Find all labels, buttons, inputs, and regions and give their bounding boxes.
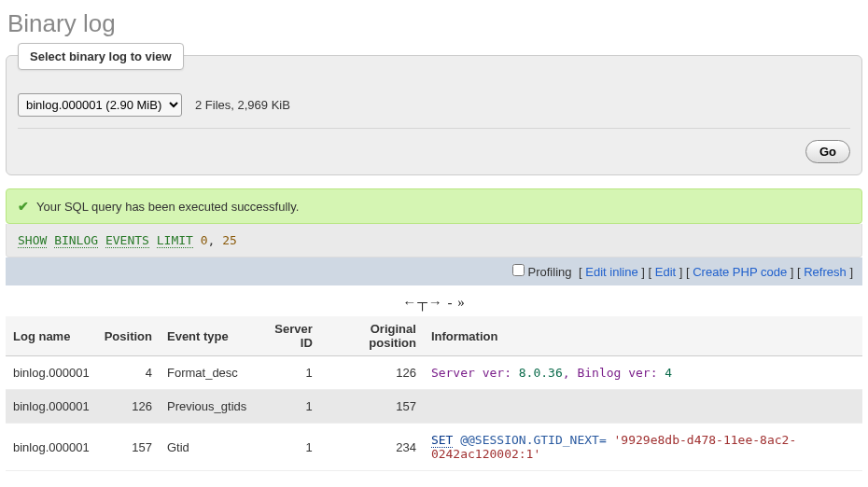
table-row: binlog.000001126Previous_gtids1157 bbox=[6, 390, 862, 424]
refresh-link[interactable]: Refresh bbox=[804, 265, 847, 279]
check-icon: ✔ bbox=[18, 199, 29, 214]
create-php-link[interactable]: Create PHP code bbox=[693, 265, 787, 279]
go-button[interactable]: Go bbox=[805, 140, 850, 163]
action-bar: Profiling [ Edit inline ] [ Edit ] [ Cre… bbox=[6, 257, 862, 285]
panel-legend: Select binary log to view bbox=[18, 43, 184, 70]
cell-position: 4 bbox=[97, 356, 160, 390]
pagination-nav[interactable]: ←┬→ - » bbox=[6, 285, 862, 316]
cell-event-type: Previous_gtids bbox=[160, 390, 254, 424]
binlog-select-panel: Select binary log to view binlog.000001 … bbox=[6, 55, 862, 175]
col-information: Information bbox=[424, 316, 862, 356]
cell-position: 157 bbox=[97, 424, 160, 471]
cell-log-name: binlog.000001 bbox=[6, 424, 97, 471]
cell-original-position: 234 bbox=[320, 424, 424, 471]
profiling-checkbox[interactable] bbox=[512, 264, 525, 276]
cell-position: 126 bbox=[97, 390, 160, 424]
profiling-label: Profiling bbox=[528, 265, 572, 279]
sql-code: SHOW BINLOG EVENTS LIMIT 0, 25 bbox=[6, 224, 862, 257]
edit-inline-link[interactable]: Edit inline bbox=[585, 265, 637, 279]
binlog-select[interactable]: binlog.000001 (2.90 MiB) bbox=[18, 93, 182, 117]
cell-information: Server ver: 8.0.36, Binlog ver: 4 bbox=[424, 356, 862, 390]
page-title: Binary log bbox=[7, 9, 862, 38]
table-row: binlog.0000014Format_desc1126Server ver:… bbox=[6, 356, 862, 390]
col-original-position: Original position bbox=[320, 316, 424, 356]
success-text: Your SQL query has been executed success… bbox=[36, 200, 299, 214]
cell-information: SET @@SESSION.GTID_NEXT= '9929e8db-d478-… bbox=[424, 424, 862, 471]
success-notice: ✔ Your SQL query has been executed succe… bbox=[6, 188, 862, 224]
col-log-name: Log name bbox=[6, 316, 97, 356]
cell-original-position: 157 bbox=[320, 390, 424, 424]
cell-server-id: 1 bbox=[254, 390, 320, 424]
cell-log-name: binlog.000001 bbox=[6, 390, 97, 424]
cell-server-id: 1 bbox=[254, 356, 320, 390]
cell-server-id: 1 bbox=[254, 424, 320, 471]
cell-event-type: Format_desc bbox=[160, 356, 254, 390]
col-position: Position bbox=[97, 316, 160, 356]
cell-event-type: Gtid bbox=[160, 424, 254, 471]
table-row: binlog.000001157Gtid1234SET @@SESSION.GT… bbox=[6, 424, 862, 471]
events-table: Log name Position Event type Server ID O… bbox=[6, 316, 862, 471]
cell-log-name: binlog.000001 bbox=[6, 356, 97, 390]
edit-link[interactable]: Edit bbox=[655, 265, 676, 279]
col-event-type: Event type bbox=[160, 316, 254, 356]
cell-original-position: 126 bbox=[320, 356, 424, 390]
col-server-id: Server ID bbox=[254, 316, 320, 356]
files-summary: 2 Files, 2,969 KiB bbox=[195, 98, 290, 112]
cell-information bbox=[424, 390, 862, 424]
